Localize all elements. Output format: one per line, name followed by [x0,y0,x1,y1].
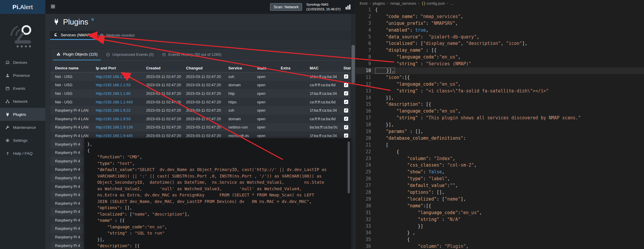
ip-port-link[interactable]: http://192.168.1.1:22 [96,74,130,79]
table-cell: open [257,117,281,121]
popup-code-block: }, { "function": "CMD", "type": "text", … [87,141,350,249]
sidebar-item-presence[interactable]: Presence [0,69,45,82]
line-number: 5 [356,34,371,40]
ip-port-link[interactable]: http://192.168.1.1:53 [96,83,130,87]
line-number: 25 [356,169,371,175]
table-row: Raspberry Pi 4 LANhttp://192.168.1.9:139… [50,123,351,132]
table-cell: ✓ [343,100,351,104]
status-checkbox[interactable]: ✓ [344,117,348,121]
sidebar-item-plugins[interactable]: Plugins [0,108,45,121]
sidebar-item-maintenance[interactable]: Maintenance [0,121,45,134]
sidebar-item-events[interactable]: Events [0,82,45,95]
column-header[interactable]: Changed [186,66,228,70]
ip-port-link[interactable]: http://192.168.1.1:443 [96,100,133,104]
table-cell: ba:ba:ff:ca:ba:0c [310,125,343,129]
sidebar-item-label: Devices [13,60,27,65]
ip-port-link[interactable]: http://192.168.1.1:80 [96,91,130,96]
table-cell: Raspberry Pi 4 LAN [55,108,96,113]
brand-bold: Pi. [12,4,20,11]
status-checkbox[interactable]: ✓ [344,74,348,79]
table-cell: 2023-03-11 02:47:20 [186,83,228,87]
line-number: 8 [356,54,371,61]
breadcrumb-separator: › [418,1,419,5]
status-checkbox[interactable]: ✓ [344,108,348,113]
status-checkbox[interactable]: ✓ [344,125,348,129]
column-header[interactable]: Created [146,66,186,70]
column-header[interactable]: Status [343,66,351,70]
tab-services-nmap[interactable]: Services (NMAP) [50,31,96,40]
plug-icon [5,112,10,117]
scan-status-badge[interactable]: Scan: Network [270,3,302,11]
table-cell: open [257,125,281,129]
line-number: 26 [356,175,371,182]
column-header[interactable]: Service [228,66,257,70]
ip-port-link[interactable]: http://192.168.1.9:445 [96,134,133,138]
code-line: 3 "unique_prefix": "NMAPSRV", [356,20,644,27]
code-line: 28 "options": [], [356,189,644,196]
hamburger-icon [50,4,56,10]
table-row: Net - USGhttp://192.168.1.1:532023-03-11… [50,81,351,89]
laptop-icon [5,60,10,65]
host-info: Synology-NAS (11/03/2023, 15:46:07) [306,2,340,12]
subtab-plugin-objects-115[interactable]: Plugin Objects (115) [53,49,101,60]
line-number: 28 [356,189,371,196]
page-title: Plugins [63,17,88,27]
breadcrumb-separator: › [387,1,388,5]
code-line: 35 { [356,236,644,243]
table-cell: 2023-03-11 02:47:20 [186,91,228,96]
table-cell: ssh [228,108,257,113]
table-cell: domain [228,117,257,121]
sidebar-item-network[interactable]: Network [0,95,45,108]
tab-website-monitor[interactable]: Website monitor [96,31,139,40]
breadcrumb-item[interactable]: {}config.json [422,1,445,6]
code-line: 11 "icon":[{ [356,74,644,81]
brand-logo[interactable]: Pi.Alert [0,0,45,14]
code-line: 29 "localized": ["name"], [356,196,644,203]
table-cell: http://192.168.1.1:80 [96,91,146,96]
menu-toggle-button[interactable] [46,0,60,14]
line-number: 30 [356,203,371,209]
column-header[interactable]: Ip and Port [96,66,146,70]
title-help-superscript[interactable] [91,18,94,21]
column-header[interactable]: State [257,66,281,70]
ip-port-link[interactable]: http://192.168.1.9:53 [96,117,130,121]
line-number: 23 [356,155,371,162]
code-line: 13 "string" : "<i class=\"fa-solid fa-sa… [356,88,644,95]
editor-code-area[interactable]: 1{2 "code_name": "nmap_services",3 "uniq… [356,6,644,249]
sidebar-item-settings[interactable]: Settings [0,134,45,147]
ip-port-link[interactable]: http://192.168.1.9:22 [96,108,130,113]
page-scrollbar-thumb[interactable] [351,45,355,83]
brand-rest: Alert [20,4,33,11]
column-header[interactable]: MAC [310,66,343,70]
code-line: 34 } , [356,230,644,236]
line-number: 31 [356,209,371,216]
line-number: 29 [356,196,371,203]
popup-scrollbar-thumb[interactable] [348,141,350,193]
svg-text:?: ? [7,151,9,155]
stats-icon[interactable] [345,4,351,10]
topbar-right: Scan: Network Synology-NAS (11/03/2023, … [270,0,351,14]
column-header[interactable]: Extra [281,66,310,70]
line-number: 9 [356,61,371,67]
subtab-events-history-50-out-of-1265[interactable]: Events History (50 out of 1265) [159,49,225,60]
status-checkbox[interactable]: ✓ [344,100,348,104]
status-checkbox[interactable]: ✓ [344,91,348,95]
breadcrumb-item[interactable]: ... [450,1,453,6]
breadcrumb-item[interactable]: nmap_services [390,1,416,6]
column-header[interactable]: Device name [55,66,96,70]
status-checkbox[interactable]: ✓ [344,134,348,138]
sidebar-item-devices[interactable]: Devices [0,56,45,69]
table-cell: 2023-03-11 02:47:20 [146,83,186,87]
breadcrumb-item[interactable]: front [360,1,367,6]
page-header: Plugins [53,17,94,27]
subtab-label: Events History (50 out of 1265) [168,52,221,57]
table-cell: 2023-03-11 02:47:20 [146,125,186,129]
breadcrumb-item[interactable]: plugins [373,1,385,6]
ip-port-link[interactable]: http://192.168.1.9:139 [96,125,133,129]
sidebar-item-label: Presence [13,73,30,78]
sidebar-item-help-faq[interactable]: ?Help / FAQ [0,147,45,160]
subtab-unprocessed-events-0[interactable]: Unprocessed Events (0) [103,49,157,60]
code-line: 36 "column": "Plugin", [356,243,644,249]
table-row: Net - USGhttp://192.168.1.1:4432023-03-1… [50,98,351,106]
status-checkbox[interactable]: ✓ [344,83,348,87]
